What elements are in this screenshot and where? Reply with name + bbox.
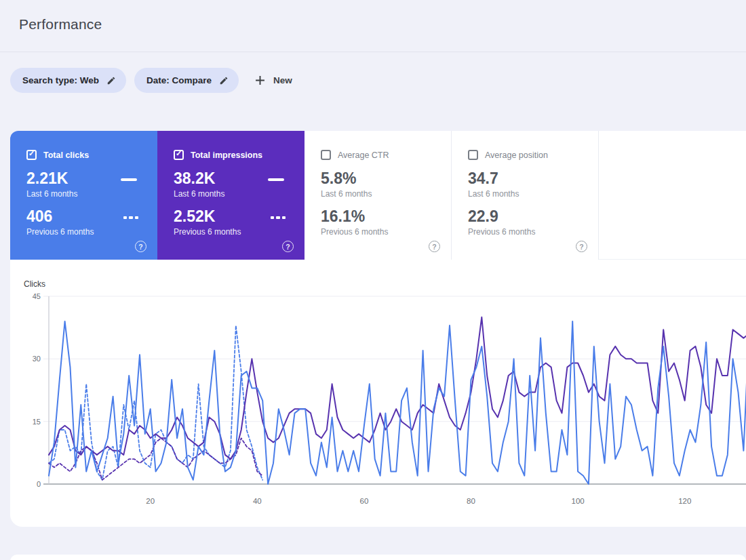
- solid-line-legend-icon: [268, 178, 284, 181]
- dashed-line-legend-icon: [123, 216, 139, 219]
- new-filter-button[interactable]: New: [255, 75, 292, 85]
- page-title: Performance: [19, 16, 102, 33]
- metric-label: Average CTR: [338, 151, 389, 160]
- checkbox-checked-icon[interactable]: [26, 150, 37, 160]
- metric-value-primary: 5.8%: [321, 169, 437, 188]
- metric-caption-primary: Last 6 months: [174, 189, 291, 199]
- search-type-filter-chip[interactable]: Search type: Web: [10, 68, 126, 93]
- y-tick-label: 30: [20, 355, 41, 363]
- help-icon[interactable]: [429, 241, 440, 252]
- metric-toggle-row: Total clicks: [26, 150, 144, 160]
- metric-cards-row: Total clicks 2.21K Last 6 months 406 Pre…: [10, 131, 746, 260]
- metric-card-average-ctr[interactable]: Average CTR 5.8% Last 6 months 16.1% Pre…: [305, 131, 452, 260]
- performance-chart-panel: Total clicks 2.21K Last 6 months 406 Pre…: [10, 131, 746, 527]
- metric-caption-secondary: Previous 6 months: [468, 227, 585, 237]
- header-divider: [0, 52, 746, 52]
- search-type-chip-label: Search type: Web: [22, 75, 99, 85]
- next-section-card: [10, 555, 746, 560]
- metric-card-total-impressions[interactable]: Total impressions 38.2K Last 6 months 2.…: [157, 131, 305, 260]
- metric-value-secondary: 16.1%: [321, 207, 437, 226]
- metric-value-primary: 34.7: [468, 169, 585, 188]
- help-icon[interactable]: [576, 241, 587, 252]
- metric-caption-secondary: Previous 6 months: [321, 227, 437, 237]
- metric-caption-secondary: Previous 6 months: [26, 227, 144, 237]
- checkbox-unchecked-icon[interactable]: [321, 150, 331, 160]
- metric-caption-primary: Last 6 months: [26, 189, 144, 199]
- date-filter-chip[interactable]: Date: Compare: [134, 68, 239, 93]
- metric-label: Total clicks: [43, 151, 89, 160]
- edit-icon: [106, 76, 116, 85]
- x-tick-label: 60: [360, 497, 369, 505]
- metric-toggle-row: Total impressions: [174, 150, 291, 160]
- y-tick-label: 45: [20, 292, 41, 300]
- x-tick-label: 80: [467, 497, 475, 505]
- help-icon[interactable]: [282, 241, 294, 252]
- new-button-label: New: [273, 75, 292, 85]
- metric-card-average-position[interactable]: Average position 34.7 Last 6 months 22.9…: [452, 131, 599, 260]
- metric-caption-primary: Last 6 months: [321, 189, 437, 199]
- filter-bar: Search type: Web Date: Compare New: [10, 68, 292, 93]
- solid-line-legend-icon: [121, 178, 137, 181]
- x-tick-label: 120: [678, 497, 691, 505]
- checkbox-checked-icon[interactable]: [174, 150, 184, 160]
- metric-card-total-clicks[interactable]: Total clicks 2.21K Last 6 months 406 Pre…: [10, 131, 157, 260]
- help-icon[interactable]: [135, 241, 146, 252]
- metric-toggle-row: Average position: [468, 150, 585, 160]
- checkbox-unchecked-icon[interactable]: [468, 150, 478, 160]
- metric-toggle-row: Average CTR: [321, 150, 437, 160]
- x-tick-label: 40: [253, 497, 262, 505]
- performance-page: Performance Search type: Web Date: Compa…: [0, 0, 746, 560]
- metric-value-secondary: 22.9: [468, 207, 585, 226]
- metric-label: Total impressions: [191, 151, 262, 160]
- y-tick-label: 0: [20, 480, 41, 488]
- y-tick-label: 15: [20, 418, 41, 426]
- metric-label: Average position: [485, 151, 548, 160]
- dashed-line-legend-icon: [271, 216, 286, 219]
- metric-caption-primary: Last 6 months: [468, 189, 585, 199]
- metric-caption-secondary: Previous 6 months: [174, 227, 291, 237]
- x-tick-label: 100: [572, 497, 585, 505]
- edit-icon: [219, 76, 229, 85]
- plus-icon: [255, 75, 265, 85]
- x-tick-label: 20: [146, 497, 155, 505]
- date-chip-label: Date: Compare: [146, 75, 212, 85]
- y-axis-title: Clicks: [24, 279, 45, 289]
